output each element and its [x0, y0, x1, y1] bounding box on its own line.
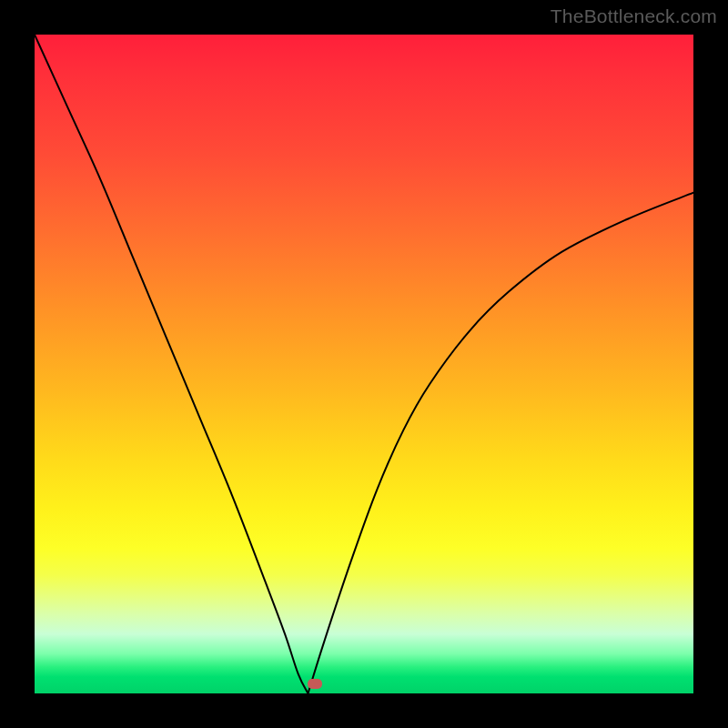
plot-area: [35, 35, 693, 693]
watermark-text: TheBottleneck.com: [551, 5, 717, 27]
chart-container: TheBottleneck.com: [0, 0, 728, 728]
bottleneck-curve: [35, 35, 693, 693]
optimal-point-marker: [308, 679, 322, 689]
